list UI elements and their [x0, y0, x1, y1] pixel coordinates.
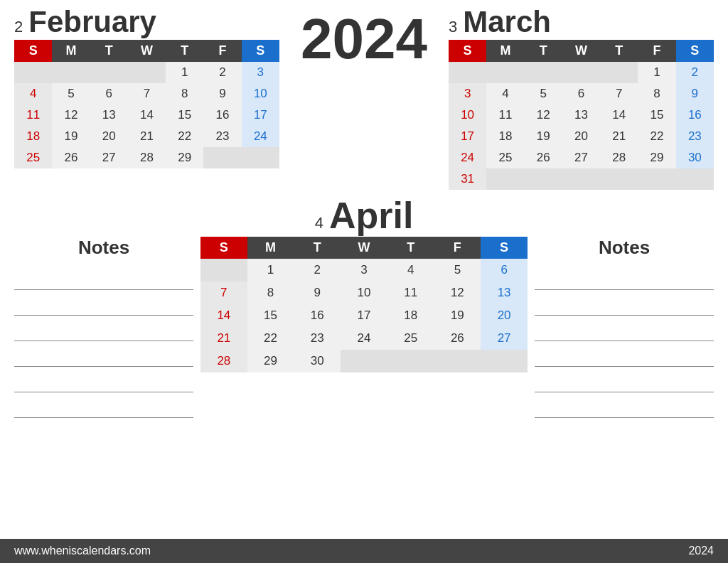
notes-line-4	[14, 341, 193, 367]
calendar-day: 1	[166, 62, 203, 83]
calendar-day	[203, 147, 241, 168]
calendar-day	[600, 62, 638, 83]
calendar-day: 19	[434, 304, 481, 327]
april-name: April	[329, 197, 413, 234]
calendar-day: 26	[525, 147, 562, 168]
calendar-day: 6	[481, 259, 528, 282]
february-block: 2 February S M T W T F S 123456789101	[14, 7, 279, 168]
march-header-row: S M T W T F S	[449, 40, 714, 62]
calendar-day: 21	[128, 126, 166, 147]
calendar-day	[562, 168, 600, 190]
calendar-day: 13	[481, 282, 528, 304]
february-body: 1234567891011121314151617181920212223242…	[14, 62, 279, 168]
calendar-day: 22	[247, 327, 294, 350]
table-row: 24252627282930	[449, 147, 714, 168]
table-row: 17181920212223	[449, 126, 714, 147]
calendar-day: 2	[203, 62, 241, 83]
calendar-day: 12	[525, 104, 562, 126]
calendar-day: 11	[387, 282, 434, 304]
table-row: 14151617181920	[200, 304, 528, 327]
calendar-day	[562, 62, 600, 83]
april-section: 4 April Notes	[0, 193, 728, 422]
top-section: 2 February S M T W T F S 123456789101	[0, 0, 728, 193]
calendar-day: 1	[247, 259, 294, 282]
calendar-day: 19	[52, 126, 90, 147]
calendar-day: 27	[481, 327, 528, 350]
calendar-day	[481, 350, 528, 372]
calendar-day: 29	[247, 350, 294, 372]
calendar-day: 22	[166, 126, 203, 147]
calendar-day: 9	[676, 83, 714, 104]
notes-right-lines	[535, 264, 714, 418]
calendar-day	[128, 62, 166, 83]
calendar-day: 29	[166, 147, 203, 168]
calendar-day: 30	[294, 350, 341, 372]
calendar-day	[387, 350, 434, 372]
calendar-day: 28	[600, 147, 638, 168]
mar-day-sat: S	[676, 40, 714, 62]
apr-day-mon: M	[247, 237, 294, 259]
calendar-day: 6	[562, 83, 600, 104]
calendar-day: 5	[434, 259, 481, 282]
calendar-day: 14	[200, 304, 247, 327]
calendar-day: 31	[449, 168, 486, 190]
apr-day-sat: S	[481, 237, 528, 259]
calendar-day	[200, 259, 247, 282]
calendar-day	[525, 168, 562, 190]
calendar-day: 13	[562, 104, 600, 126]
table-row: 45678910	[14, 83, 279, 104]
calendar-day: 16	[676, 104, 714, 126]
notes-line-3	[14, 316, 193, 341]
notes-right-line-4	[535, 341, 714, 367]
calendar-day: 4	[486, 83, 524, 104]
calendar-day: 20	[562, 126, 600, 147]
calendar-day: 25	[486, 147, 524, 168]
calendar-day: 4	[387, 259, 434, 282]
calendar-day: 7	[200, 282, 247, 304]
calendar-day: 18	[14, 126, 52, 147]
calendar-day: 24	[341, 327, 387, 350]
mar-day-wed: W	[562, 40, 600, 62]
apr-day-wed: W	[341, 237, 387, 259]
table-row: 18192021222324	[14, 126, 279, 147]
notes-right-line-5	[535, 367, 714, 392]
table-row: 11121314151617	[14, 104, 279, 126]
calendar-day: 15	[166, 104, 203, 126]
calendar-day: 12	[434, 282, 481, 304]
apr-day-thu: T	[387, 237, 434, 259]
calendar-day	[52, 62, 90, 83]
april-calendar: S M T W T F S 12345678910111213141516171…	[200, 237, 528, 372]
year-display: 2024	[294, 11, 434, 68]
calendar-day: 29	[638, 147, 675, 168]
april-cal: S M T W T F S 12345678910111213141516171…	[200, 237, 528, 372]
table-row: 282930	[200, 350, 528, 372]
april-header: 4 April	[14, 197, 714, 234]
mar-day-fri: F	[638, 40, 675, 62]
calendar-day	[600, 168, 638, 190]
notes-line-1	[14, 264, 193, 290]
calendar-day: 9	[203, 83, 241, 104]
calendar-day: 16	[294, 304, 341, 327]
calendar-day: 13	[90, 104, 128, 126]
apr-day-sun: S	[200, 237, 247, 259]
calendar-day: 27	[90, 147, 128, 168]
february-calendar: S M T W T F S 12345678910111213141516171…	[14, 40, 279, 168]
calendar-day: 10	[449, 104, 486, 126]
april-header-row: S M T W T F S	[200, 237, 528, 259]
calendar-page: 2 February S M T W T F S 123456789101	[0, 0, 728, 563]
notes-right-line-3	[535, 316, 714, 341]
calendar-day: 26	[52, 147, 90, 168]
calendar-day: 23	[676, 126, 714, 147]
feb-day-sun: S	[14, 40, 52, 62]
calendar-day	[638, 168, 675, 190]
calendar-day: 11	[14, 104, 52, 126]
calendar-day: 7	[128, 83, 166, 104]
calendar-day: 30	[676, 147, 714, 168]
notes-left-block: Notes	[14, 237, 193, 418]
table-row: 2526272829	[14, 147, 279, 168]
calendar-day: 18	[387, 304, 434, 327]
mar-day-mon: M	[486, 40, 524, 62]
february-header: 2 February	[14, 7, 279, 37]
calendar-day: 9	[294, 282, 341, 304]
march-calendar: S M T W T F S 12345678910111213141516171…	[449, 40, 714, 190]
